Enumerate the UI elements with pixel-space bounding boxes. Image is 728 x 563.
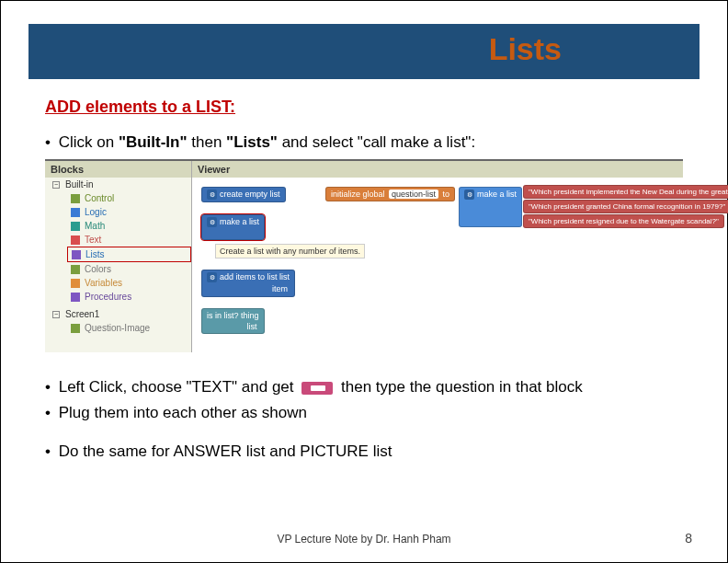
- is-in-list-list-label: list: [207, 320, 259, 331]
- palette-lists-highlighted[interactable]: Lists: [67, 247, 191, 262]
- palette-logic[interactable]: Logic: [45, 205, 191, 219]
- screen-tree-item[interactable]: − Screen1: [45, 307, 191, 321]
- palette-variables[interactable]: Variables: [45, 276, 191, 290]
- bullet-2: Left Click, choose "TEXT" and get then t…: [45, 378, 683, 396]
- make-a-list-label: make a list: [220, 217, 259, 226]
- palette-procedures[interactable]: Procedures: [45, 290, 191, 304]
- blocks-panel: Blocks − Built-in Control Logic Math Tex…: [45, 161, 192, 352]
- palette-colors[interactable]: Colors: [45, 262, 191, 276]
- block-question-2[interactable]: "Which president granted China formal re…: [523, 200, 728, 213]
- is-in-list-label: is in list? thing: [207, 311, 259, 320]
- content-area: ADD elements to a LIST: Click on "Built-…: [45, 98, 683, 468]
- create-empty-list-label: create empty list: [220, 190, 280, 199]
- block-make-a-list-highlighted[interactable]: ⚙make a list: [201, 214, 265, 240]
- block-question-3[interactable]: "Which president resigned due to the Wat…: [523, 214, 724, 228]
- viewer-panel: Viewer ⚙create empty list ⚙make a list C…: [192, 161, 683, 352]
- bullet-2-text-a: Left Click, choose "TEXT" and get: [59, 378, 294, 396]
- make-a-list-label-2: make a list: [477, 190, 517, 199]
- control-icon: [71, 194, 80, 203]
- qimage-label: Question-Image: [85, 323, 150, 333]
- palette-text[interactable]: Text: [45, 233, 191, 247]
- inline-text-block-icon: [301, 382, 333, 395]
- builtin-tree-item[interactable]: − Built-in: [45, 178, 191, 191]
- add-items-item-label: item: [207, 282, 290, 293]
- init-global-label: initialize global: [331, 190, 385, 199]
- math-icon: [71, 222, 80, 231]
- app-inventor-screenshot: Blocks − Built-in Control Logic Math Tex…: [45, 159, 683, 352]
- text-label: Text: [85, 235, 101, 245]
- block-create-empty-list[interactable]: ⚙create empty list: [201, 187, 286, 202]
- lists-icon: [72, 250, 81, 259]
- gear-icon-3: ⚙: [207, 272, 217, 282]
- palette-math[interactable]: Math: [45, 219, 191, 233]
- block-is-in-list[interactable]: is in list? thing list: [201, 308, 265, 334]
- section-heading: ADD elements to a LIST:: [45, 98, 683, 117]
- bullet-1-lists: "Lists": [226, 133, 278, 151]
- var-name-field[interactable]: question-list: [389, 190, 438, 199]
- collapse-icon[interactable]: −: [52, 181, 60, 189]
- collapse-icon-2[interactable]: −: [52, 311, 60, 318]
- colors-label: Colors: [85, 264, 111, 274]
- slide: Lists ADD elements to a LIST: Click on "…: [0, 0, 728, 563]
- component-question-image[interactable]: Question-Image: [45, 321, 191, 335]
- page-number: 8: [685, 531, 692, 546]
- tooltip-make-list: Create a list with any number of items.: [215, 244, 365, 259]
- bullet-1-text-c: then: [188, 133, 227, 151]
- block-initialize-global[interactable]: initialize global question-list to: [325, 187, 455, 201]
- question-3-text[interactable]: Which president resigned due to the Wate…: [531, 217, 716, 225]
- text-icon: [71, 236, 80, 245]
- bullet-1-text-e: and select "call make a list":: [278, 133, 475, 151]
- blocks-panel-title: Blocks: [45, 161, 191, 178]
- bullet-4: Do the same for ANSWER list and PICTURE …: [45, 442, 683, 461]
- logic-label: Logic: [85, 207, 107, 217]
- bullet-3: Plug them into each other as shown: [45, 404, 683, 422]
- add-items-label: add items to list list: [220, 272, 290, 282]
- block-add-items-to-list[interactable]: ⚙add items to list list item: [201, 270, 295, 297]
- procedures-icon: [71, 293, 80, 302]
- bullet-1: Click on "Built-In" then "Lists" and sel…: [45, 133, 683, 152]
- control-label: Control: [85, 193, 114, 203]
- variables-icon: [71, 279, 80, 288]
- qimage-icon: [71, 324, 80, 333]
- bullet-1-builtin: "Built-In": [119, 133, 188, 151]
- bullet-2-text-b: then type the question in that block: [341, 378, 583, 396]
- math-label: Math: [85, 221, 105, 231]
- to-label: to: [443, 190, 450, 199]
- procedures-label: Procedures: [85, 292, 131, 302]
- builtin-label: Built-in: [65, 179, 94, 190]
- block-question-1[interactable]: " ""Which president implemented the New …: [523, 185, 728, 199]
- block-make-a-list-assembled[interactable]: ⚙make a list: [459, 187, 522, 227]
- gear-icon-4: ⚙: [464, 190, 474, 200]
- slide-title: Lists: [489, 31, 562, 67]
- gear-icon-2: ⚙: [207, 217, 217, 227]
- gear-icon: ⚙: [207, 190, 217, 200]
- header-bar: Lists: [28, 24, 700, 79]
- variables-label: Variables: [85, 278, 122, 288]
- viewer-panel-title: Viewer: [192, 161, 683, 178]
- lists-label: Lists: [85, 249, 105, 259]
- footer-note: VP Lecture Note by Dr. Hanh Pham: [1, 533, 727, 546]
- palette-control[interactable]: Control: [45, 191, 191, 205]
- question-1-text[interactable]: Which president implemented the New Deal…: [531, 188, 728, 196]
- logic-icon: [71, 208, 80, 217]
- screen-label: Screen1: [65, 309, 99, 319]
- colors-icon: [71, 265, 80, 274]
- bullet-1-text-a: Click on: [59, 133, 119, 151]
- question-2-text[interactable]: Which president granted China formal rec…: [531, 202, 723, 211]
